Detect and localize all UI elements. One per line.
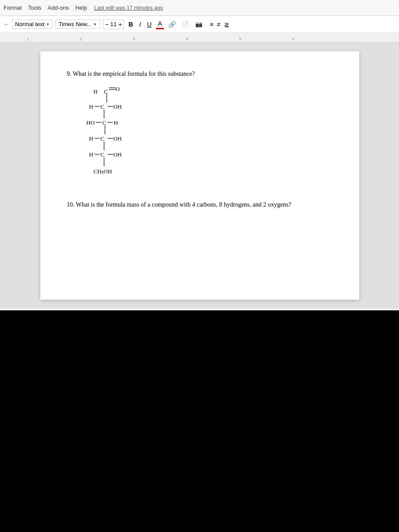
font-size-value[interactable]: 11 xyxy=(109,21,117,27)
font-size-control[interactable]: − 11 + xyxy=(103,20,124,29)
bold-button[interactable]: B xyxy=(127,20,135,29)
underline-button[interactable]: U xyxy=(145,20,153,29)
font-size-increase[interactable]: + xyxy=(118,21,122,28)
chem-OH-r4: OH xyxy=(113,151,122,158)
chem-CH2OH: CH₂OH xyxy=(93,168,112,175)
chem-OH-r1: OH xyxy=(113,103,122,110)
chem-H-r2-right: H xyxy=(114,119,118,126)
question-9-body: What is the empirical formula for this s… xyxy=(73,70,195,77)
ruler-mark-4: 4 xyxy=(186,37,188,41)
ruler-mark-1: 1 xyxy=(27,37,29,41)
align-right-icon[interactable]: ≧ xyxy=(223,20,231,29)
chem-H-r1-left: H xyxy=(89,103,93,110)
ruler: 1 2 3 4 5 6 xyxy=(0,33,399,43)
chem-C-top: C xyxy=(104,88,108,95)
question-10-body: What is the formula mass of a compound w… xyxy=(76,201,291,208)
link-icon[interactable]: 🔗 xyxy=(167,20,178,29)
chem-OH-r3: OH xyxy=(113,135,122,142)
comment-icon[interactable]: 📄 xyxy=(180,20,191,28)
chem-HO-r2: HO xyxy=(86,119,95,126)
font-dropdown-label: Times New... xyxy=(58,21,92,27)
menu-tools[interactable]: Tools xyxy=(28,4,41,11)
glucose-structure-svg: text { font-family: 'Times New Roman', s… xyxy=(80,86,169,188)
ruler-mark-6: 6 xyxy=(292,37,294,41)
last-edit-status: Last edit was 17 minutes ago xyxy=(94,5,163,11)
menu-help[interactable]: Help xyxy=(75,4,87,11)
chem-H-r4-left: H xyxy=(89,151,93,158)
document-page[interactable]: 9. What is the empirical formula for thi… xyxy=(40,51,359,300)
chem-C-r3: C xyxy=(101,135,105,142)
question-9-number: 9. xyxy=(67,70,72,77)
font-dropdown-arrow: ▼ xyxy=(93,22,97,27)
chem-C-r4: C xyxy=(101,151,105,158)
style-dropdown[interactable]: Normal text ▼ xyxy=(12,20,53,29)
align-center-icon[interactable]: ≠ xyxy=(216,20,222,29)
image-icon[interactable]: 📷 xyxy=(194,20,204,28)
question-9-text: 9. What is the empirical formula for thi… xyxy=(67,69,333,78)
black-background xyxy=(0,310,399,532)
chem-H-r3-left: H xyxy=(89,135,93,142)
format-bar: ← Normal text ▼ Times New... ▼ − 11 + B … xyxy=(0,16,399,33)
chem-C-r2: C xyxy=(102,119,106,126)
chem-H-top: H xyxy=(93,88,97,95)
page-container: 9. What is the empirical formula for thi… xyxy=(0,43,399,309)
style-dropdown-arrow: ▼ xyxy=(46,22,50,27)
chem-C-r1: C xyxy=(101,103,105,110)
italic-button[interactable]: I xyxy=(137,20,143,29)
alignment-controls: ≡ ≠ ≧ xyxy=(209,20,231,29)
align-left-icon[interactable]: ≡ xyxy=(209,20,215,29)
style-dropdown-label: Normal text xyxy=(15,21,44,27)
question-10: 10. What is the formula mass of a compou… xyxy=(67,200,333,209)
question-10-number: 10. xyxy=(67,201,75,208)
font-dropdown[interactable]: Times New... ▼ xyxy=(55,20,100,29)
menu-addons[interactable]: Add-ons xyxy=(48,4,69,11)
chem-O-top: O xyxy=(116,86,120,92)
chemical-structure: text { font-family: 'Times New Roman', s… xyxy=(80,86,333,188)
menu-bar: Format Tools Add-ons Help xyxy=(4,4,87,11)
undo-icon[interactable]: ← xyxy=(4,21,9,27)
ruler-mark-5: 5 xyxy=(239,37,241,41)
question-9: 9. What is the empirical formula for thi… xyxy=(67,69,333,188)
font-size-decrease[interactable]: − xyxy=(105,21,108,28)
text-color-button[interactable]: A xyxy=(156,19,163,29)
menu-format[interactable]: Format xyxy=(4,4,22,11)
ruler-mark-3: 3 xyxy=(133,37,135,41)
ruler-mark-2: 2 xyxy=(80,37,82,41)
menu-toolbar: Format Tools Add-ons Help Last edit was … xyxy=(0,0,399,16)
